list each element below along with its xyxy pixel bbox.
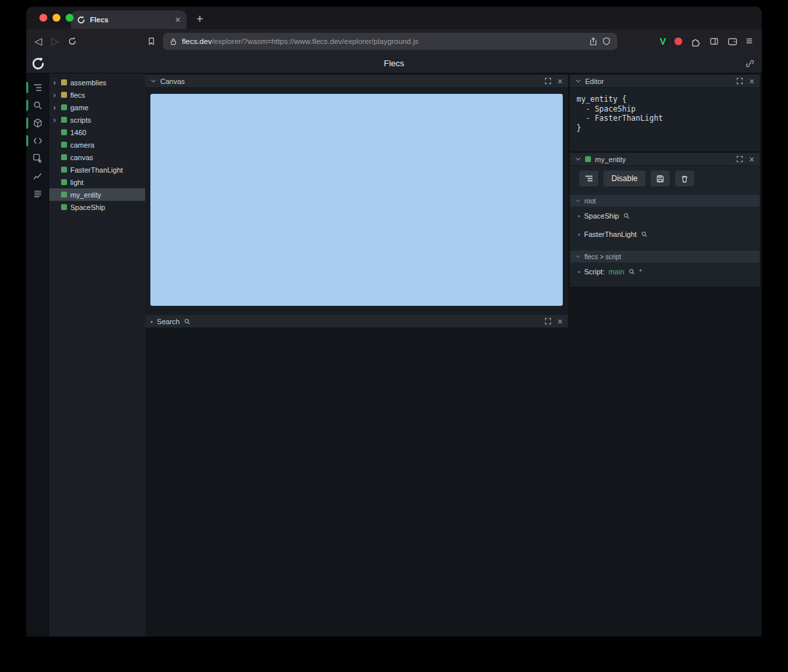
main-area: Canvas × • Search [145, 74, 762, 637]
tree-item[interactable]: › camera [49, 138, 145, 151]
search-icon[interactable] [623, 213, 630, 219]
tab-close-icon[interactable]: × [175, 15, 181, 24]
webgl-canvas[interactable] [150, 94, 563, 306]
entity-color-icon [61, 92, 67, 98]
tree-item[interactable]: › SpaceShip [49, 201, 145, 213]
section-header-flecs-script[interactable]: flecs > script [570, 251, 760, 262]
chevron-down-icon[interactable] [575, 156, 581, 162]
tree-item[interactable]: › my_entity [49, 188, 145, 201]
bullet-icon: • [578, 231, 580, 238]
canvas-panel-header: Canvas × [145, 75, 568, 88]
close-icon[interactable]: × [558, 77, 563, 86]
expand-arrow-icon[interactable]: › [53, 104, 58, 112]
sidebar-item-stats[interactable] [26, 167, 49, 185]
entity-panel-header: my_entity × [570, 153, 760, 166]
close-icon[interactable]: × [749, 77, 755, 86]
entity-color-icon [61, 104, 67, 110]
lock-icon [169, 37, 177, 46]
entity-color-icon [61, 204, 67, 210]
share-icon[interactable] [589, 37, 598, 46]
flecs-explorer-app: Flecs [26, 54, 762, 637]
tree-item[interactable]: › scripts [49, 114, 145, 126]
component-list-item[interactable]: • Script: main * [570, 262, 760, 281]
entity-color-icon [61, 167, 67, 173]
tree-view-button[interactable] [579, 171, 598, 186]
menu-icon[interactable]: ≡ [746, 35, 753, 48]
entity-panel-body: Disable root • S [570, 166, 760, 287]
chevron-down-icon[interactable] [575, 78, 581, 84]
forward-button[interactable]: ▷ [47, 35, 63, 47]
editor-panel-header: Editor × [570, 75, 760, 88]
address-bar[interactable]: flecs.dev/explorer/?wasm=https://www.fle… [163, 33, 617, 50]
entity-color-icon [61, 129, 67, 135]
sidebar-item-search[interactable] [26, 96, 49, 114]
chevron-down-icon[interactable] [150, 78, 156, 84]
back-button[interactable]: ◁ [30, 35, 46, 47]
shield-icon[interactable] [602, 37, 611, 46]
minimize-window-button[interactable] [53, 14, 60, 22]
reload-button[interactable] [64, 37, 80, 46]
bookmark-icon[interactable] [143, 37, 159, 46]
sidebar-item-entities[interactable] [26, 114, 49, 132]
v-extension-icon[interactable]: V [660, 36, 666, 47]
sidebar-toggle-icon[interactable] [709, 37, 719, 46]
expand-arrow-icon[interactable]: › [53, 91, 58, 99]
red-circle-extension-icon[interactable] [674, 37, 682, 45]
search-icon [184, 318, 190, 325]
close-icon[interactable]: × [749, 155, 755, 164]
sidebar-item-logs[interactable] [26, 185, 49, 203]
save-button[interactable] [651, 171, 670, 186]
asterisk-icon[interactable]: * [640, 268, 642, 276]
tree-item[interactable]: › flecs [49, 89, 145, 101]
tree-item[interactable]: › assemblies [49, 76, 145, 89]
expand-arrow-icon[interactable]: › [53, 79, 58, 87]
delete-button[interactable] [675, 171, 694, 186]
sidebar-item-inspect[interactable] [26, 150, 49, 167]
search-icon[interactable] [641, 231, 647, 238]
script-components-list: • Script: main * [570, 262, 760, 281]
expand-arrow-icon[interactable]: › [53, 116, 58, 124]
canvas-panel-title: Canvas [160, 77, 185, 85]
tree-item[interactable]: › light [49, 176, 145, 188]
tree-item[interactable]: › FasterThanLight [49, 163, 145, 176]
entity-color-icon [61, 192, 67, 198]
tree-item-label: assemblies [70, 79, 106, 87]
sidebar-item-scripts[interactable] [26, 132, 49, 150]
section-header-root[interactable]: root [570, 195, 760, 207]
component-list-item[interactable]: • FasterThanLight [570, 225, 760, 243]
expand-icon[interactable] [736, 77, 743, 85]
tree-item[interactable]: › 1460 [49, 126, 145, 138]
tree-item[interactable]: › game [49, 101, 145, 114]
search-icon[interactable] [628, 268, 635, 275]
new-tab-button[interactable]: + [196, 12, 204, 26]
sidebar-item-tree-view[interactable] [26, 79, 49, 96]
disable-button[interactable]: Disable [603, 171, 646, 186]
expand-icon[interactable] [544, 318, 552, 325]
component-prefix: Script: [584, 268, 605, 276]
code-line: } [577, 123, 753, 133]
browser-window: Flecs × + ◁ ▷ flecs.dev/explorer/?wasm=h… [26, 7, 762, 637]
entity-color-icon [61, 79, 67, 85]
tree-item-label: scripts [70, 116, 91, 124]
browser-tab[interactable]: Flecs × [71, 10, 186, 29]
expand-icon[interactable] [544, 77, 552, 85]
url-text: flecs.dev/explorer/?wasm=https://www.fle… [182, 37, 584, 45]
wallet-icon[interactable] [728, 37, 737, 46]
close-icon[interactable]: × [558, 317, 563, 326]
extensions-cluster: V ≡ [660, 29, 753, 54]
tree-item[interactable]: › canvas [49, 151, 145, 163]
expand-icon[interactable] [736, 156, 743, 163]
tree-item-label: flecs [70, 91, 85, 99]
code-editor[interactable]: my_entity { - SpaceShip - FasterThanLigh… [570, 88, 760, 151]
permalink-icon[interactable] [745, 59, 755, 68]
collapsed-dot-icon[interactable]: • [150, 318, 153, 326]
zoom-window-button[interactable] [66, 14, 74, 22]
tab-title: Flecs [90, 16, 171, 24]
tree-item-label: FasterThanLight [70, 166, 123, 174]
close-window-button[interactable] [39, 14, 47, 22]
url-host: flecs.dev [182, 37, 211, 45]
component-value: main [609, 268, 624, 276]
component-list-item[interactable]: • SpaceShip [570, 207, 760, 225]
canvas-panel-body [145, 88, 568, 315]
puzzle-extensions-icon[interactable] [691, 37, 701, 47]
